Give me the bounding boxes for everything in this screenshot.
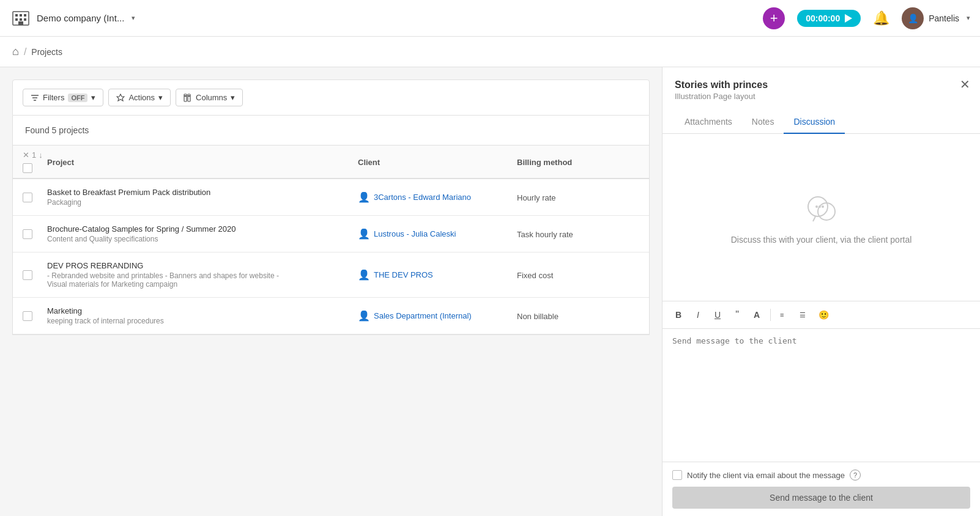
navbar-right: + 00:00:00 🔔 👤 Pantelis ▾ [763, 7, 970, 29]
project-tag: Content and Quality specifications [47, 235, 358, 243]
navbar-left: Demo company (Int... ▾ [10, 7, 135, 29]
svg-text:≡: ≡ [780, 311, 784, 319]
timer-button[interactable]: 00:00:00 [797, 10, 861, 27]
panel-header: Stories with princes Illustration Page l… [663, 67, 980, 101]
timer-play-icon [845, 14, 852, 23]
format-underline-button[interactable]: U [709, 306, 726, 323]
breadcrumb-projects: Projects [31, 47, 62, 57]
client-name: THE DEV PROS [374, 270, 433, 279]
content-area: Filters OFF ▾ Actions ▾ Columns ▾ [0, 67, 662, 516]
discussion-empty-text: Discuss this with your client, via the c… [731, 235, 912, 245]
project-name[interactable]: Brochure-Catalog Samples for Spring / Su… [47, 224, 358, 234]
breadcrumb: ⌂ / Projects [0, 37, 980, 67]
project-name[interactable]: DEV PROS REBRANDING [47, 261, 358, 270]
svg-point-19 [819, 205, 821, 208]
tab-notes[interactable]: Notes [742, 111, 784, 134]
row-billing-col: Hourly rate [517, 193, 639, 202]
send-message-button[interactable]: Send message to the client [672, 487, 970, 509]
project-col-label: Project [47, 158, 74, 167]
notify-label: Notify the client via email about the me… [687, 471, 845, 480]
header-client-col: Client [358, 157, 517, 167]
company-dropdown-arrow[interactable]: ▾ [132, 14, 135, 22]
client-col-label: Client [358, 158, 380, 167]
message-input[interactable] [672, 336, 970, 373]
actions-dropdown-arrow: ▾ [158, 93, 163, 102]
client-link[interactable]: 👤 Lustrous - Julia Caleski [358, 228, 517, 240]
actions-label: Actions [128, 93, 155, 102]
row-check-col [23, 311, 47, 321]
table-row: Basket to Breakfast Premium Pack distrib… [13, 179, 649, 216]
row-checkbox[interactable] [23, 270, 32, 280]
panel-tabs: Attachments Notes Discussion [663, 111, 980, 134]
svg-point-20 [822, 205, 824, 208]
discussion-empty-state: Discuss this with your client, via the c… [663, 134, 980, 301]
svg-rect-3 [24, 14, 26, 17]
row-checkbox[interactable] [23, 229, 32, 239]
ordered-list-icon: ≡ [780, 311, 789, 319]
message-area [663, 329, 980, 462]
format-italic-button[interactable]: I [689, 306, 707, 323]
notifications-icon[interactable]: 🔔 [873, 10, 889, 26]
svg-rect-4 [15, 18, 18, 21]
tab-attachments[interactable]: Attachments [675, 111, 742, 134]
header-project-col: Project [47, 157, 358, 167]
close-panel-button[interactable]: ✕ [960, 77, 970, 92]
user-menu[interactable]: 👤 Pantelis ▾ [902, 7, 970, 29]
project-tag: Packaging [47, 198, 358, 207]
format-quote-button[interactable]: " [729, 306, 746, 323]
project-tag: - Rebranded website and printables - Ban… [47, 271, 292, 289]
filters-off-badge: OFF [68, 94, 87, 102]
panel-title: Stories with princes [675, 79, 968, 90]
row-billing-col: Fixed cost [517, 270, 639, 280]
client-link[interactable]: 👤 Sales Department (Internal) [358, 310, 517, 322]
table-row: Marketing keeping track of internal proc… [13, 298, 649, 334]
help-icon[interactable]: ? [850, 470, 861, 481]
editor-toolbar: B I U " A ≡ ☰ 🙂 [663, 301, 980, 329]
billing-method: Fixed cost [517, 271, 553, 280]
home-icon[interactable]: ⌂ [12, 45, 19, 58]
format-unordered-list-button[interactable]: ☰ [795, 306, 812, 323]
header-billing-col: Billing method [517, 157, 639, 167]
format-ordered-list-button[interactable]: ≡ [776, 306, 793, 323]
row-client-col: 👤 Sales Department (Internal) [358, 310, 517, 322]
row-project-col: Basket to Breakfast Premium Pack distrib… [47, 188, 358, 207]
project-tag: keeping track of internal procedures [47, 317, 358, 325]
billing-method: Task hourly rate [517, 230, 573, 239]
svg-rect-6 [24, 18, 26, 21]
sort-area: ✕ 1 ↓ [23, 150, 47, 160]
notify-row: Notify the client via email about the me… [672, 470, 970, 481]
person-icon: 👤 [358, 191, 370, 203]
found-count: Found 5 projects [13, 116, 649, 145]
table-row: DEV PROS REBRANDING - Rebranded website … [13, 252, 649, 298]
svg-rect-12 [184, 94, 187, 101]
row-billing-col: Non billable [517, 311, 639, 321]
svg-rect-5 [20, 18, 22, 21]
project-list-container: Found 5 projects ✕ 1 ↓ Project Client [12, 116, 650, 335]
sort-count: 1 [32, 150, 36, 160]
timer-display: 00:00:00 [806, 13, 840, 23]
clear-sort-icon[interactable]: ✕ [23, 150, 29, 160]
notify-checkbox[interactable] [672, 470, 682, 480]
actions-button[interactable]: Actions ▾ [108, 89, 171, 106]
avatar: 👤 [902, 7, 924, 29]
client-link[interactable]: 👤 THE DEV PROS [358, 269, 517, 281]
filters-button[interactable]: Filters OFF ▾ [23, 89, 103, 106]
project-name[interactable]: Marketing [47, 306, 358, 315]
client-link[interactable]: 👤 3Cartons - Edward Mariano [358, 191, 517, 203]
row-checkbox[interactable] [23, 311, 32, 321]
format-bold-button[interactable]: B [670, 306, 687, 323]
row-check-col [23, 270, 47, 280]
client-name: Sales Department (Internal) [374, 311, 472, 320]
svg-rect-7 [18, 21, 23, 25]
row-checkbox[interactable] [23, 193, 32, 202]
project-name[interactable]: Basket to Breakfast Premium Pack distrib… [47, 188, 358, 197]
columns-button[interactable]: Columns ▾ [176, 89, 243, 106]
sort-down-icon[interactable]: ↓ [39, 150, 43, 160]
format-emoji-button[interactable]: 🙂 [815, 306, 832, 323]
format-color-button[interactable]: A [748, 306, 765, 323]
user-dropdown-arrow: ▾ [967, 14, 970, 22]
add-button[interactable]: + [763, 7, 785, 29]
select-all-checkbox[interactable] [23, 163, 32, 173]
tab-discussion[interactable]: Discussion [784, 111, 845, 134]
svg-point-18 [815, 205, 818, 208]
